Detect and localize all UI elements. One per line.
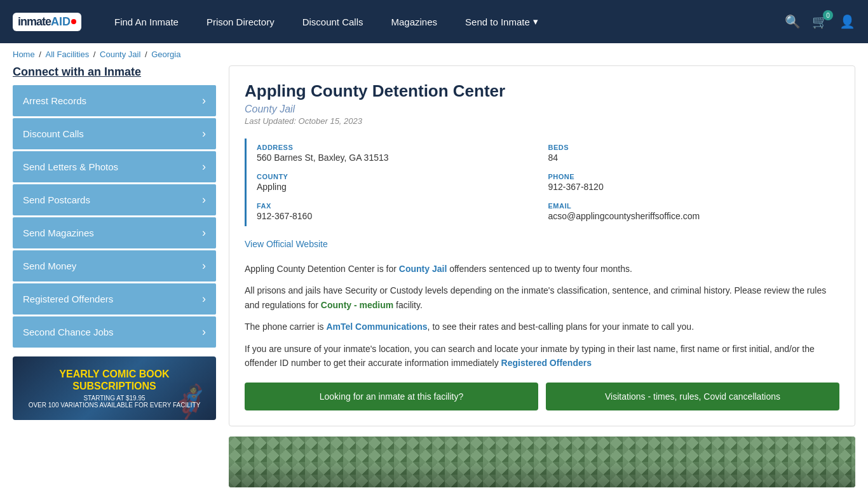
main-layout: Connect with an Inmate Arrest Records › …	[0, 65, 868, 488]
fax-group: FAX 912-367-8160	[257, 197, 548, 226]
email-group: EMAIL acso@applingcountysheriffsoffice.c…	[548, 197, 840, 226]
nav-magazines[interactable]: Magazines	[377, 0, 452, 43]
county-medium-link[interactable]: County - medium	[321, 300, 393, 310]
nav-prison-directory[interactable]: Prison Directory	[193, 0, 288, 43]
county-value: Appling	[257, 182, 548, 192]
facility-description: Appling County Detention Center is for C…	[245, 262, 839, 370]
beds-group: BEDS 84	[548, 139, 840, 168]
logo-text: inmate	[18, 15, 51, 29]
county-jail-link[interactable]: County Jail	[399, 264, 447, 274]
beds-value: 84	[548, 152, 840, 163]
chevron-down-icon: ▾	[533, 16, 538, 27]
breadcrumb-state[interactable]: Georgia	[151, 50, 180, 59]
action-buttons: Looking for an inmate at this facility? …	[245, 383, 839, 410]
breadcrumb-all-facilities[interactable]: All Facilities	[46, 50, 90, 59]
phone-label: PHONE	[548, 173, 840, 180]
sidebar-item-send-letters[interactable]: Send Letters & Photos ›	[13, 151, 216, 182]
email-label: EMAIL	[548, 202, 840, 210]
chevron-right-icon: ›	[202, 259, 206, 273]
user-icon[interactable]: 👤	[839, 14, 855, 29]
amtel-link[interactable]: AmTel Communications	[326, 322, 427, 332]
visitations-button[interactable]: Visitations - times, rules, Covid cancel…	[546, 383, 839, 410]
chevron-right-icon: ›	[202, 160, 206, 173]
breadcrumb-home[interactable]: Home	[13, 50, 35, 59]
facility-last-updated: Last Updated: October 15, 2023	[245, 116, 839, 126]
main-content: Appling County Detention Center County J…	[229, 65, 855, 487]
desc-para-2: All prisons and jails have Security or C…	[245, 283, 839, 312]
search-icon[interactable]: 🔍	[785, 14, 801, 29]
navbar-links: Find An Inmate Prison Directory Discount…	[100, 0, 785, 43]
photo-overlay	[229, 462, 855, 487]
connect-title: Connect with an Inmate	[13, 65, 216, 79]
chevron-right-icon: ›	[202, 193, 206, 207]
address-group: ADDRESS 560 Barnes St, Baxley, GA 31513	[257, 139, 548, 168]
looking-for-inmate-button[interactable]: Looking for an inmate at this facility?	[245, 383, 538, 410]
breadcrumb: Home / All Facilities / County Jail / Ge…	[0, 43, 868, 65]
logo[interactable]: inmate AID	[13, 13, 81, 31]
ad-title: YEARLY COMIC BOOKSUBSCRIPTIONS	[29, 368, 201, 392]
facility-type: County Jail	[245, 104, 839, 115]
sidebar-item-second-chance-jobs[interactable]: Second Chance Jobs ›	[13, 316, 216, 348]
desc-para-4: If you are unsure of your inmate's locat…	[245, 342, 839, 370]
logo-dot	[71, 19, 76, 24]
phone-value: 912-367-8120	[548, 182, 840, 192]
navbar-icons: 🔍 🛒 0 👤	[785, 14, 855, 29]
fax-label: FAX	[257, 202, 548, 210]
chevron-right-icon: ›	[202, 226, 206, 240]
address-label: ADDRESS	[257, 144, 548, 151]
chevron-right-icon: ›	[202, 127, 206, 140]
fax-value: 912-367-8160	[257, 211, 548, 221]
sidebar-item-discount-calls[interactable]: Discount Calls ›	[13, 118, 216, 149]
chevron-right-icon: ›	[202, 94, 206, 107]
chevron-right-icon: ›	[202, 325, 206, 339]
nav-discount-calls[interactable]: Discount Calls	[288, 0, 377, 43]
sidebar-item-arrest-records[interactable]: Arrest Records ›	[13, 85, 216, 116]
logo-aid: AID	[51, 15, 71, 29]
cart-badge: 0	[823, 10, 833, 20]
official-website-link[interactable]: View Official Website	[245, 239, 328, 249]
desc-para-1: Appling County Detention Center is for C…	[245, 262, 839, 276]
sidebar-menu: Arrest Records › Discount Calls › Send L…	[13, 85, 216, 348]
nav-send-to-inmate[interactable]: Send to Inmate ▾	[451, 0, 552, 43]
chevron-right-icon: ›	[202, 292, 206, 306]
navbar: inmate AID Find An Inmate Prison Directo…	[0, 0, 868, 43]
ad-subtitle: STARTING AT $19.95OVER 100 VARIATIONS AV…	[29, 395, 201, 409]
email-value: acso@applingcountysheriffsoffice.com	[548, 211, 840, 221]
facility-photo	[229, 437, 855, 487]
beds-label: BEDS	[548, 144, 840, 151]
phone-group: PHONE 912-367-8120	[548, 168, 840, 197]
sidebar-item-send-magazines[interactable]: Send Magazines ›	[13, 217, 216, 248]
county-group: COUNTY Appling	[257, 168, 548, 197]
ad-banner[interactable]: YEARLY COMIC BOOKSUBSCRIPTIONS STARTING …	[13, 356, 216, 420]
sidebar-item-send-money[interactable]: Send Money ›	[13, 250, 216, 281]
facility-details: ADDRESS 560 Barnes St, Baxley, GA 31513 …	[245, 139, 839, 226]
breadcrumb-county-jail[interactable]: County Jail	[100, 50, 140, 59]
desc-para-3: The phone carrier is AmTel Communication…	[245, 320, 839, 334]
nav-find-inmate[interactable]: Find An Inmate	[100, 0, 193, 43]
county-label: COUNTY	[257, 173, 548, 180]
facility-name: Appling County Detention Center	[245, 81, 839, 101]
sidebar-item-registered-offenders[interactable]: Registered Offenders ›	[13, 283, 216, 315]
sidebar-item-send-postcards[interactable]: Send Postcards ›	[13, 184, 216, 215]
sidebar: Connect with an Inmate Arrest Records › …	[13, 65, 216, 487]
address-value: 560 Barnes St, Baxley, GA 31513	[257, 152, 548, 163]
facility-card: Appling County Detention Center County J…	[229, 65, 855, 426]
cart-icon[interactable]: 🛒 0	[812, 14, 828, 29]
registered-offenders-link[interactable]: Registered Offenders	[501, 358, 592, 368]
